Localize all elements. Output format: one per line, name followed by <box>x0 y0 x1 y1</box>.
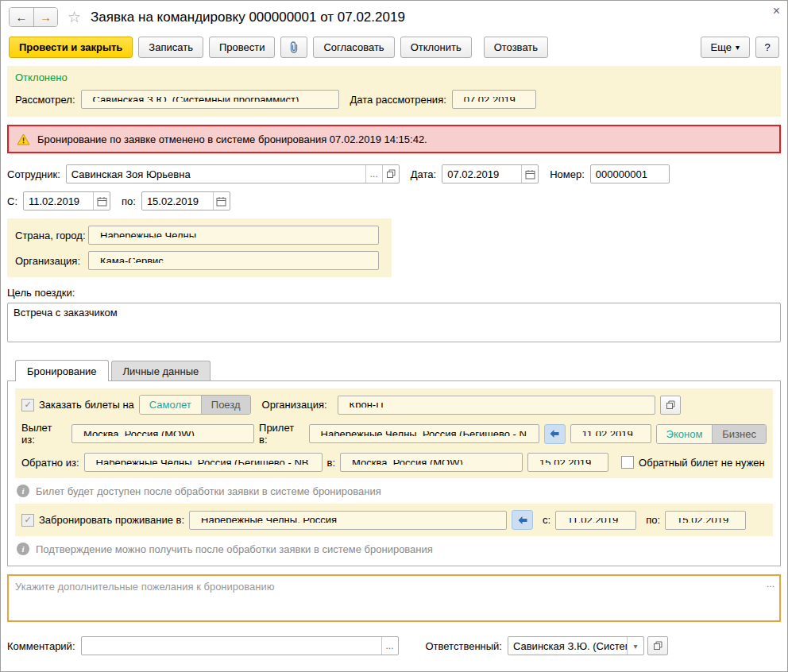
transport-switch: Самолет Поезд <box>139 395 251 415</box>
booking-tab-panel: ✓ Заказать билеты на Самолет Поезд Орган… <box>7 380 781 566</box>
arrive-to-value: Набережные Челны, Россия (Бегишево - N <box>316 431 532 436</box>
class-business-option[interactable]: Бизнес <box>712 425 766 443</box>
depart-from-value: Москва, Россия (MOW) <box>79 431 247 436</box>
hotel-city-field[interactable]: Набережные Челны, Россия <box>189 511 507 530</box>
tab-booking-label: Бронирование <box>27 365 97 377</box>
write-button[interactable]: Записать <box>138 37 203 58</box>
post-and-close-button[interactable]: Провести и закрыть <box>9 37 133 58</box>
return-to-value: Москва, Россия (MOW) <box>347 460 516 465</box>
doc-number-field[interactable]: 000000001 <box>590 164 670 183</box>
ticket-organization-open-button[interactable] <box>660 396 681 415</box>
hotel-section: ✓ Забронировать проживание в: Набережные… <box>15 504 773 536</box>
toolbar: Провести и закрыть Записать Провести Сог… <box>1 30 787 64</box>
attachments-button[interactable] <box>280 37 307 58</box>
open-icon <box>653 641 662 651</box>
employee-open-button[interactable] <box>382 165 399 183</box>
favorite-star-icon[interactable]: ☆ <box>68 8 81 26</box>
period-from-label: С: <box>7 195 17 207</box>
forward-button[interactable]: → <box>33 8 57 26</box>
country-city-field[interactable]: Набережные Челны <box>88 226 379 245</box>
hotel-to-field[interactable]: 15.02.2019 <box>665 511 746 530</box>
employee-label: Сотрудник: <box>7 168 60 180</box>
review-date-field[interactable]: 07.02.2019 <box>452 90 536 109</box>
responsible-label: Ответственный: <box>426 640 502 652</box>
return-date-value: 15.02.2019 <box>535 460 601 465</box>
approve-button[interactable]: Согласовать <box>313 37 394 58</box>
class-economy-option[interactable]: Эконом <box>657 425 713 443</box>
no-return-ticket-checkbox[interactable] <box>621 456 634 469</box>
reviewer-value: Савинская З.Ю. (Системный программист) <box>88 97 332 102</box>
period-to-calendar-button[interactable] <box>213 192 230 210</box>
return-to-field[interactable]: Москва, Россия (MOW) <box>340 453 523 472</box>
return-from-field[interactable]: Набережные Челны, Россия (Бегишево - NB <box>84 453 323 472</box>
responsible-field[interactable]: Савинская З.Ю. (Системн ▾ <box>508 636 644 655</box>
tab-bar: Бронирование Личные данные <box>7 360 781 380</box>
open-icon <box>386 169 396 179</box>
period-to-field[interactable]: 15.02.2019 <box>141 191 230 210</box>
period-from-calendar-button[interactable] <box>93 192 110 210</box>
open-icon <box>666 400 675 410</box>
return-from-value: Набережные Челны, Россия (Бегишево - NB <box>91 460 315 465</box>
responsible-open-button[interactable] <box>647 636 668 655</box>
organization-field[interactable]: Кама-Сервис <box>88 251 379 270</box>
tab-personal-data[interactable]: Личные данные <box>111 361 211 380</box>
book-hotel-checkbox[interactable]: ✓ <box>21 514 34 527</box>
decline-button[interactable]: Отклонить <box>400 37 472 58</box>
doc-date-field[interactable]: 07.02.2019 <box>442 164 539 183</box>
arrow-left-icon <box>517 516 528 525</box>
period-from-value: 11.02.2019 <box>24 192 93 210</box>
tickets-section: ✓ Заказать билеты на Самолет Поезд Орган… <box>15 388 773 478</box>
copy-dates-button[interactable] <box>544 424 566 444</box>
tab-booking[interactable]: Бронирование <box>15 360 109 381</box>
help-button[interactable]: ? <box>755 37 779 58</box>
employee-more-button[interactable]: ... <box>365 165 382 183</box>
copy-hotel-dates-button[interactable] <box>512 510 533 530</box>
destination-panel: Страна, город: Набережные Челны Организа… <box>7 218 392 277</box>
review-date-label: Дата рассмотрения: <box>350 94 446 106</box>
wishes-more-button[interactable]: ... <box>767 578 774 589</box>
doc-number-value: 000000001 <box>591 165 669 183</box>
arrive-to-label: Прилет в: <box>259 422 304 446</box>
purpose-value: Встреча с заказчиком <box>14 307 118 319</box>
review-date-value: 07.02.2019 <box>459 97 529 102</box>
doc-date-calendar-button[interactable] <box>521 165 538 183</box>
transport-plane-option[interactable]: Самолет <box>140 396 201 414</box>
purpose-field[interactable]: Встреча с заказчиком <box>7 303 781 342</box>
back-button[interactable]: ← <box>10 8 33 26</box>
warning-icon <box>17 133 30 145</box>
chevron-down-icon: ▾ <box>633 642 637 651</box>
hotel-info-row: i Подтверждение можно получить после обр… <box>17 543 773 555</box>
post-button[interactable]: Провести <box>209 37 276 58</box>
organization-label: Организация: <box>15 255 88 267</box>
period-from-field[interactable]: 11.02.2019 <box>23 191 110 210</box>
order-tickets-checkbox[interactable]: ✓ <box>21 399 34 411</box>
close-icon[interactable]: × <box>773 5 780 17</box>
check-icon: ✓ <box>24 400 31 410</box>
depart-from-field[interactable]: Москва, Россия (MOW) <box>71 424 254 443</box>
transport-train-option[interactable]: Поезд <box>201 396 250 414</box>
approval-status-panel: Отклонено Рассмотрел: Савинская З.Ю. (Си… <box>7 66 781 117</box>
reviewer-field[interactable]: Савинская З.Ю. (Системный программист) <box>81 90 339 109</box>
arrive-to-field[interactable]: Набережные Челны, Россия (Бегишево - N <box>309 424 539 443</box>
ticket-info-row: i Билет будет доступен после обработки з… <box>17 485 773 497</box>
comment-field[interactable]: ... <box>81 636 399 655</box>
booking-cancelled-alert: Бронирование по заявке отменено в систем… <box>7 125 781 153</box>
employee-field[interactable]: Савинская Зоя Юрьевна ... <box>66 164 400 183</box>
ticket-organization-field[interactable]: Крон-Ц <box>338 396 655 415</box>
more-button[interactable]: Еще ▾ <box>701 37 750 58</box>
page-title: Заявка на командировку 000000001 от 07.0… <box>91 10 763 25</box>
responsible-value: Савинская З.Ю. (Системн <box>508 637 627 655</box>
booking-wishes-input[interactable] <box>9 576 779 620</box>
responsible-dropdown-button[interactable]: ▾ <box>627 637 643 655</box>
hotel-from-field[interactable]: 11.02.2019 <box>555 511 636 530</box>
purpose-label: Цель поездки: <box>7 287 781 299</box>
period-to-label: по: <box>122 195 136 207</box>
return-from-label: Обратно из: <box>21 457 79 469</box>
recall-button[interactable]: Отозвать <box>484 37 548 58</box>
comment-more-button[interactable]: ... <box>381 637 398 655</box>
doc-number-label: Номер: <box>550 168 585 180</box>
return-date-field[interactable]: 15.02.2019 <box>527 453 608 472</box>
period-to-value: 15.02.2019 <box>142 192 213 210</box>
comment-input[interactable] <box>82 637 381 655</box>
depart-date-field[interactable]: 11.02.2019 <box>570 424 651 443</box>
